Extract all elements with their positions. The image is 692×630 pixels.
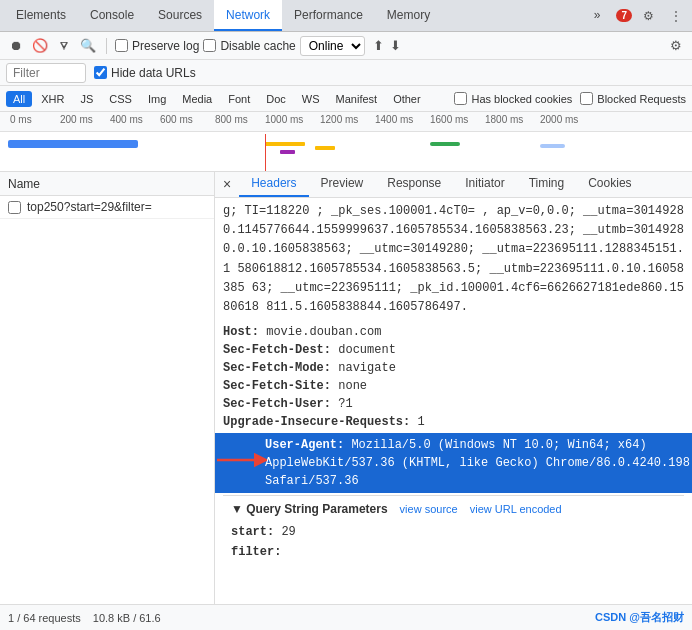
tab-timing[interactable]: Timing [517, 172, 577, 197]
tab-initiator[interactable]: Initiator [453, 172, 516, 197]
right-panel: × Headers Preview Response Initiator Tim… [215, 172, 692, 604]
tab-cookies[interactable]: Cookies [576, 172, 643, 197]
timeline-bars [0, 134, 692, 172]
host-row: Host: movie.douban.com [223, 323, 684, 341]
tab-detail-close[interactable]: × [215, 172, 239, 197]
tab-more[interactable]: » [582, 2, 613, 30]
tl-label-1000ms: 1000 ms [265, 114, 303, 125]
timeline-bar-purple [280, 150, 295, 154]
watermark: CSDN @吾名招财 [595, 610, 684, 625]
import-button[interactable]: ⬆ [373, 38, 384, 53]
sec-fetch-user-row: Sec-Fetch-User: ?1 [223, 395, 684, 413]
record-button[interactable]: ⏺ [6, 36, 26, 56]
divider-1 [106, 38, 107, 54]
network-toolbar: ⏺ 🚫 ⛛ 🔍 Preserve log Disable cache Onlin… [0, 32, 692, 60]
hide-data-urls-checkbox[interactable] [94, 66, 107, 79]
sec-fetch-site-label: Sec-Fetch-Site: [223, 379, 331, 393]
tab-sources[interactable]: Sources [146, 0, 214, 31]
tab-elements[interactable]: Elements [4, 0, 78, 31]
filter-bar: Hide data URLs [0, 60, 692, 86]
main-area: Name top250?start=29&filter= × Headers P… [0, 172, 692, 604]
tl-label-1600ms: 1600 ms [430, 114, 468, 125]
tab-performance[interactable]: Performance [282, 0, 375, 31]
tab-headers[interactable]: Headers [239, 172, 308, 197]
tl-label-400ms: 400 ms [110, 114, 143, 125]
export-button[interactable]: ⬇ [390, 38, 401, 53]
timeline-red-line [265, 134, 266, 172]
query-param-start-value: 29 [281, 525, 295, 539]
more-options-icon[interactable]: ⋮ [664, 4, 688, 28]
query-section: ▼ Query String Parameters view source vi… [223, 495, 684, 566]
requests-list: top250?start=29&filter= [0, 196, 214, 604]
blocked-requests-label[interactable]: Blocked Requests [580, 92, 686, 105]
hide-data-urls-text: Hide data URLs [111, 66, 196, 80]
has-blocked-cookies-checkbox[interactable] [454, 92, 467, 105]
tl-label-2000ms: 2000 ms [540, 114, 578, 125]
sec-fetch-site-row: Sec-Fetch-Site: none [223, 377, 684, 395]
name-column-header: Name [8, 177, 40, 191]
settings-icon[interactable]: ⚙ [636, 4, 660, 28]
tl-label-600ms: 600 ms [160, 114, 193, 125]
tab-memory[interactable]: Memory [375, 0, 442, 31]
user-agent-row-container: User-Agent: Mozilla/5.0 (Windows NT 10.0… [215, 433, 692, 493]
disable-cache-label[interactable]: Disable cache [203, 39, 295, 53]
view-source-link[interactable]: view source [400, 501, 458, 518]
sec-fetch-user-value: ?1 [338, 397, 352, 411]
host-value: movie.douban.com [266, 325, 381, 339]
clear-button[interactable]: 🚫 [30, 36, 50, 56]
disable-cache-checkbox[interactable] [203, 39, 216, 52]
request-item[interactable]: top250?start=29&filter= [0, 196, 214, 219]
hide-data-urls-label[interactable]: Hide data URLs [94, 66, 196, 80]
preserve-log-checkbox[interactable] [115, 39, 128, 52]
query-section-title: ▼ Query String Parameters [231, 500, 388, 518]
search-button[interactable]: 🔍 [78, 36, 98, 56]
red-arrow [217, 450, 267, 476]
type-font[interactable]: Font [221, 91, 257, 107]
type-ws[interactable]: WS [295, 91, 327, 107]
timeline-header: 0 ms 200 ms 400 ms 600 ms 800 ms 1000 ms… [0, 112, 692, 132]
sec-fetch-mode-value: navigate [338, 361, 396, 375]
view-url-encoded-link[interactable]: view URL encoded [470, 501, 562, 518]
request-checkbox[interactable] [8, 201, 21, 214]
type-css[interactable]: CSS [102, 91, 139, 107]
user-agent-label: User-Agent: [265, 438, 344, 452]
sec-fetch-dest-value: document [338, 343, 396, 357]
blocked-requests-text: Blocked Requests [597, 93, 686, 105]
type-xhr[interactable]: XHR [34, 91, 71, 107]
sec-fetch-mode-label: Sec-Fetch-Mode: [223, 361, 331, 375]
throttle-select[interactable]: Online [300, 36, 365, 56]
upgrade-value: 1 [417, 415, 424, 429]
status-bar: 1 / 64 requests 10.8 kB / 61.6 CSDN @吾名招… [0, 604, 692, 630]
has-blocked-cookies-label[interactable]: Has blocked cookies [454, 92, 572, 105]
host-label: Host: [223, 325, 259, 339]
type-js[interactable]: JS [73, 91, 100, 107]
tab-console[interactable]: Console [78, 0, 146, 31]
timeline-bar-green [430, 142, 460, 146]
type-img[interactable]: Img [141, 91, 173, 107]
tl-label-0ms: 0 ms [10, 114, 32, 125]
settings-gear-icon[interactable]: ⚙ [666, 36, 686, 56]
type-manifest[interactable]: Manifest [329, 91, 385, 107]
tab-bar-icons: » 7 ⚙ ⋮ [582, 2, 688, 30]
type-other[interactable]: Other [386, 91, 428, 107]
filter-icon[interactable]: ⛛ [54, 36, 74, 56]
tab-response[interactable]: Response [375, 172, 453, 197]
left-panel: Name top250?start=29&filter= [0, 172, 215, 604]
timeline-bar-orange-1 [265, 142, 305, 146]
query-param-filter-key: filter: [231, 545, 281, 559]
filter-input[interactable] [6, 63, 86, 83]
tl-label-1400ms: 1400 ms [375, 114, 413, 125]
preserve-log-label[interactable]: Preserve log [115, 39, 199, 53]
timeline-bar-blue [8, 140, 138, 148]
tab-bar: Elements Console Sources Network Perform… [0, 0, 692, 32]
tab-preview[interactable]: Preview [309, 172, 376, 197]
type-media[interactable]: Media [175, 91, 219, 107]
type-doc[interactable]: Doc [259, 91, 293, 107]
sec-fetch-mode-row: Sec-Fetch-Mode: navigate [223, 359, 684, 377]
query-param-start: start: 29 [231, 522, 676, 542]
blocked-requests-checkbox[interactable] [580, 92, 593, 105]
disable-cache-text: Disable cache [220, 39, 295, 53]
type-all[interactable]: All [6, 91, 32, 107]
timeline-area: 0 ms 200 ms 400 ms 600 ms 800 ms 1000 ms… [0, 112, 692, 172]
tab-network[interactable]: Network [214, 0, 282, 31]
